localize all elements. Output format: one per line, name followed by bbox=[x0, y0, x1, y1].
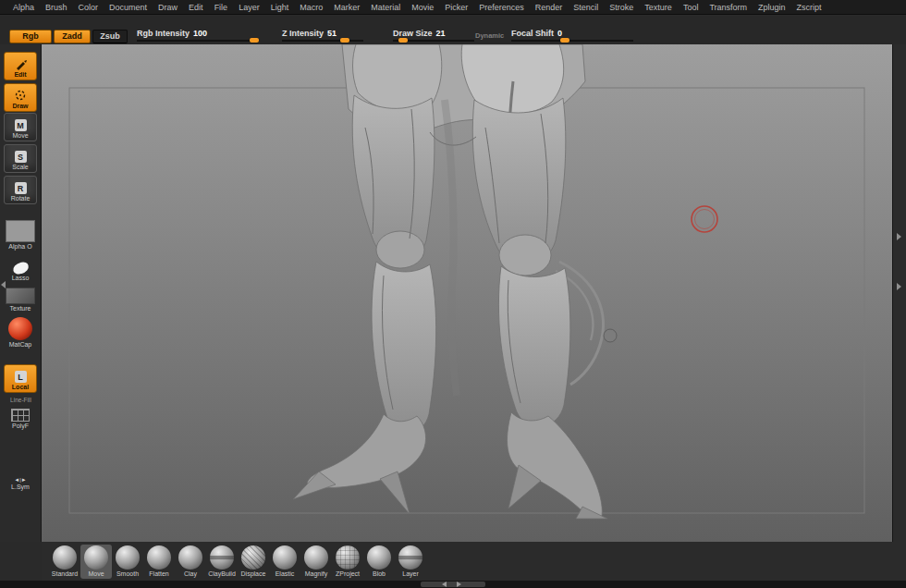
brush-magnify[interactable]: Magnify bbox=[300, 545, 332, 579]
focal-shift-marker[interactable] bbox=[560, 38, 569, 43]
rgb-toggle[interactable]: Rgb bbox=[9, 30, 52, 43]
brush-claybuild[interactable]: ClayBuild bbox=[206, 545, 238, 579]
focal-shift-track[interactable] bbox=[511, 40, 633, 42]
scale-button[interactable]: S Scale bbox=[4, 144, 37, 173]
draw-label: Draw bbox=[12, 103, 28, 110]
local-button[interactable]: L Local bbox=[4, 364, 37, 393]
brush-label: ClayBuild bbox=[206, 570, 238, 578]
z-intensity-marker[interactable] bbox=[340, 38, 349, 43]
rotate-button[interactable]: R Rotate bbox=[4, 176, 37, 204]
rgb-intensity-track[interactable] bbox=[137, 40, 257, 42]
brush-elastic[interactable]: Elastic bbox=[269, 545, 300, 579]
brush-label: Smooth bbox=[112, 570, 143, 578]
rgb-intensity-label: Rgb Intensity100 bbox=[137, 29, 257, 38]
menu-draw[interactable]: Draw bbox=[153, 3, 183, 12]
edit-button[interactable]: Edit bbox=[4, 52, 37, 80]
tray-open-arrow-icon[interactable] bbox=[897, 283, 901, 290]
menu-texture[interactable]: Texture bbox=[639, 3, 678, 12]
menu-stencil[interactable]: Stencil bbox=[568, 3, 604, 12]
menu-stroke[interactable]: Stroke bbox=[604, 3, 639, 12]
menubar: Alpha Brush Color Document Draw Edit Fil… bbox=[0, 0, 906, 15]
rgb-intensity-slider[interactable]: Rgb Intensity100 bbox=[137, 29, 257, 42]
top-shelf: Rgb Zadd Zsub Rgb Intensity100 Z Intensi… bbox=[0, 16, 906, 45]
zsub-toggle[interactable]: Zsub bbox=[92, 30, 128, 43]
menu-light[interactable]: Light bbox=[265, 3, 295, 12]
bottom-scrollbar-thumb[interactable] bbox=[421, 582, 485, 587]
local-symmetry-button[interactable]: ◄|► L.Sym bbox=[4, 466, 37, 492]
zadd-toggle[interactable]: Zadd bbox=[54, 30, 91, 43]
polyframe-button[interactable]: PolyF bbox=[4, 405, 37, 431]
polyframe-label: PolyF bbox=[12, 423, 29, 430]
brush-sphere-icon bbox=[147, 545, 171, 570]
rgb-intensity-marker[interactable] bbox=[250, 38, 259, 43]
brush-flatten[interactable]: Flatten bbox=[143, 545, 175, 579]
brush-sphere-icon bbox=[178, 545, 202, 570]
alpha-selector[interactable]: Alpha O bbox=[4, 218, 37, 251]
menu-marker[interactable]: Marker bbox=[328, 3, 365, 12]
dynamic-label[interactable]: Dynamic bbox=[475, 31, 504, 40]
brush-standard[interactable]: Standard bbox=[49, 545, 80, 579]
brush-label: Blob bbox=[363, 570, 395, 578]
lasso-label: Lasso bbox=[12, 275, 30, 282]
draw-size-track[interactable] bbox=[393, 40, 474, 42]
menu-alpha[interactable]: Alpha bbox=[7, 3, 40, 12]
menu-preferences[interactable]: Preferences bbox=[473, 3, 530, 12]
scroll-left-arrow-icon[interactable] bbox=[442, 582, 447, 587]
tray-open-arrow-icon[interactable] bbox=[897, 233, 901, 240]
menu-brush[interactable]: Brush bbox=[40, 3, 73, 12]
stroke-lasso-selector[interactable]: Lasso bbox=[4, 255, 37, 283]
brush-sphere-icon bbox=[241, 545, 265, 570]
line-fill-label: Line-Fill bbox=[0, 397, 42, 403]
menu-layer[interactable]: Layer bbox=[233, 3, 265, 12]
edit-label: Edit bbox=[14, 71, 26, 79]
menu-tool[interactable]: Tool bbox=[678, 3, 704, 12]
texture-thumbnail-icon bbox=[6, 288, 35, 304]
menu-color[interactable]: Color bbox=[73, 3, 104, 12]
z-intensity-label: Z Intensity51 bbox=[282, 29, 363, 38]
local-label: Local bbox=[12, 384, 29, 391]
draw-size-marker[interactable] bbox=[398, 38, 408, 43]
draw-button[interactable]: Draw bbox=[4, 83, 37, 112]
focal-shift-slider[interactable]: Focal Shift0 bbox=[511, 29, 633, 42]
brush-label: Move bbox=[80, 570, 112, 578]
left-tray-arrow-icon[interactable] bbox=[1, 281, 6, 288]
menu-render[interactable]: Render bbox=[530, 3, 569, 12]
menu-zscript[interactable]: Zscript bbox=[791, 3, 827, 12]
local-symmetry-icon: ◄|► bbox=[14, 477, 26, 483]
polyframe-grid-icon bbox=[11, 409, 30, 422]
brush-move[interactable]: Move bbox=[80, 545, 112, 579]
menu-picker[interactable]: Picker bbox=[439, 3, 473, 12]
move-button[interactable]: M Move bbox=[4, 113, 37, 141]
menu-transform[interactable]: Transform bbox=[704, 3, 753, 12]
brush-blob[interactable]: Blob bbox=[363, 545, 395, 579]
brush-sphere-icon bbox=[84, 545, 108, 570]
brush-sphere-icon bbox=[210, 545, 234, 570]
document-canvas[interactable] bbox=[42, 44, 892, 542]
brush-label: Clay bbox=[175, 570, 206, 578]
material-matcap-selector[interactable]: MatCap bbox=[4, 315, 37, 349]
brush-smooth[interactable]: Smooth bbox=[112, 545, 143, 579]
brush-displace[interactable]: Displace bbox=[238, 545, 269, 579]
menu-file[interactable]: File bbox=[209, 3, 234, 12]
texture-selector[interactable]: Texture bbox=[4, 286, 37, 313]
z-intensity-track[interactable] bbox=[282, 40, 363, 42]
scroll-right-arrow-icon[interactable] bbox=[457, 582, 461, 587]
bottom-scrollbar[interactable] bbox=[0, 581, 906, 588]
z-intensity-slider[interactable]: Z Intensity51 bbox=[282, 29, 363, 42]
brush-layer[interactable]: Layer bbox=[395, 545, 426, 579]
brush-label: ZProject bbox=[332, 570, 363, 578]
menu-material[interactable]: Material bbox=[365, 3, 406, 12]
menu-movie[interactable]: Movie bbox=[406, 3, 439, 12]
sculpt-model-view bbox=[42, 44, 892, 542]
edit-pen-icon bbox=[15, 58, 27, 70]
draw-size-slider[interactable]: Draw Size21 bbox=[393, 29, 474, 42]
menu-zplugin[interactable]: Zplugin bbox=[753, 3, 791, 12]
zbrush-window: Alpha Brush Color Document Draw Edit Fil… bbox=[0, 0, 906, 588]
brush-zproject[interactable]: ZProject bbox=[332, 545, 363, 579]
brush-sphere-icon bbox=[336, 545, 360, 570]
menu-edit[interactable]: Edit bbox=[183, 3, 209, 12]
right-tray-divider[interactable] bbox=[892, 44, 906, 542]
brush-clay[interactable]: Clay bbox=[175, 545, 206, 579]
menu-macro[interactable]: Macro bbox=[294, 3, 328, 12]
menu-document[interactable]: Document bbox=[104, 3, 153, 12]
